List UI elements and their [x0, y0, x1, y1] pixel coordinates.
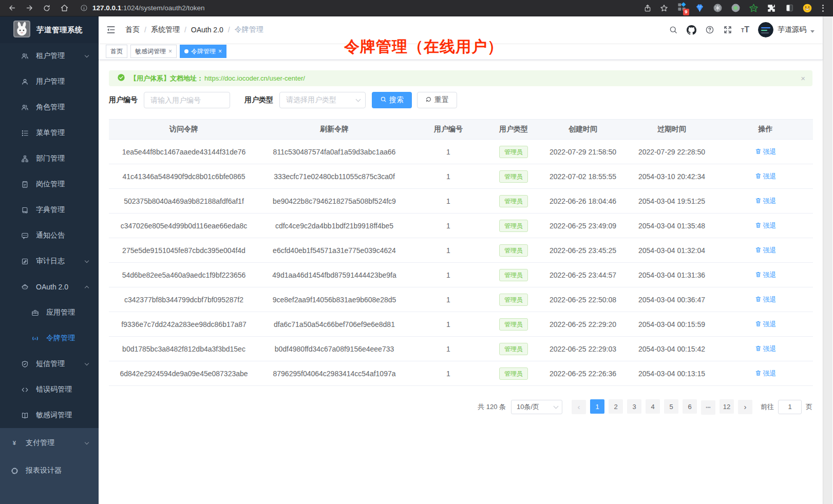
force-logout-label: 强退: [763, 270, 777, 280]
tag-close-icon[interactable]: ×: [168, 48, 172, 55]
page-button-4[interactable]: 4: [646, 399, 660, 414]
sidebar-item-dict[interactable]: 字典管理: [0, 197, 99, 223]
menu-tree-icon: [21, 129, 29, 137]
breadcrumb-item[interactable]: OAuth 2.0: [191, 26, 223, 34]
extension-green-star-icon[interactable]: [748, 3, 759, 13]
extension-gem-icon[interactable]: [694, 3, 705, 13]
sidebar-item-label: 租户管理: [36, 51, 65, 61]
force-logout-button[interactable]: 强退: [755, 246, 777, 255]
sidebar-item-label: 应用管理: [46, 308, 75, 317]
tag-首页[interactable]: 首页: [106, 45, 127, 58]
browser-menu-icon[interactable]: [820, 5, 826, 12]
extension-puzzle-icon[interactable]: [766, 3, 777, 13]
sidebar-item-user[interactable]: 用户管理: [0, 69, 99, 94]
breadcrumb-item[interactable]: 系统管理: [151, 25, 180, 34]
sidebar-item-oauth2-token[interactable]: A令牌管理: [0, 325, 99, 351]
sidebar-item-role[interactable]: 角色管理: [0, 94, 99, 120]
tag-label: 首页: [110, 47, 123, 56]
user-menu[interactable]: 芋道源码: [758, 22, 815, 37]
force-logout-button[interactable]: 强退: [755, 295, 777, 304]
page-button-5[interactable]: 5: [664, 399, 678, 414]
browser-back-icon[interactable]: [3, 4, 21, 12]
bookmark-star-icon[interactable]: [659, 4, 669, 13]
page-button-2[interactable]: 2: [609, 399, 623, 414]
briefcase-icon: [31, 308, 39, 317]
tag-敏感词管理[interactable]: 敏感词管理×: [130, 45, 177, 58]
browser-forward-icon[interactable]: [21, 4, 38, 12]
sidebar-item-report[interactable]: 报表设计器: [0, 457, 99, 484]
sidebar-item-oauth2-app[interactable]: 应用管理: [0, 300, 99, 325]
reset-button[interactable]: 重置: [417, 92, 457, 108]
force-logout-button[interactable]: 强退: [755, 221, 777, 230]
force-logout-button[interactable]: 强退: [755, 197, 777, 206]
address-bar[interactable]: 127.0.0.1:1024/system/oauth2/token: [80, 4, 643, 12]
sidebar-item-errcode[interactable]: 错误码管理: [0, 377, 99, 402]
search-button[interactable]: 搜索: [372, 92, 412, 108]
table-cell: 41c41346a548490f9dc8b01c6bfe0865: [109, 164, 259, 189]
force-logout-button[interactable]: 强退: [755, 270, 777, 280]
sidebar-item-label: 字典管理: [36, 205, 65, 215]
table-cell: 2054-03-04 00:36:47: [626, 287, 718, 312]
chevron-down-icon: [356, 97, 361, 102]
alert-doc-link[interactable]: https://doc.iocoder.cn/user-center/: [204, 74, 305, 82]
user-type-select[interactable]: 请选择用户类型: [279, 92, 366, 108]
extension-asterisk-icon[interactable]: [712, 3, 723, 13]
extension-darkmode-icon[interactable]: [784, 3, 794, 13]
sidebar-item-post[interactable]: 岗位管理: [0, 171, 99, 197]
sidebar-item-tenant[interactable]: 租户管理: [0, 43, 99, 69]
tag-令牌管理[interactable]: 令牌管理×: [180, 45, 226, 58]
sidebar-item-label: 支付管理: [26, 438, 54, 448]
table-cell: f9336e7c7dd242a283ee98dc86b17a87: [109, 312, 259, 337]
force-logout-button[interactable]: 强退: [755, 369, 777, 378]
page-scrollbar[interactable]: [823, 16, 832, 504]
goto-page-input[interactable]: [778, 400, 802, 414]
page-button-3[interactable]: 3: [627, 399, 641, 414]
sidebar-item-oauth2[interactable]: OAuth 2.0: [0, 274, 99, 300]
alert-close-icon[interactable]: ×: [801, 74, 805, 83]
page-button-1[interactable]: 1: [590, 399, 604, 414]
more-pages-button[interactable]: •••: [701, 400, 715, 415]
user-type-placeholder: 请选择用户类型: [286, 95, 336, 105]
fullscreen-icon[interactable]: [723, 25, 732, 34]
table-cell: 2054-03-04 01:35:48: [626, 214, 718, 238]
user-type-badge: 管理员: [499, 294, 528, 306]
app-logo[interactable]: 芋道管理系统: [0, 16, 99, 43]
breadcrumb-item[interactable]: 首页: [125, 25, 140, 34]
sidebar-fold-icon[interactable]: [106, 24, 117, 35]
browser-reload-icon[interactable]: [38, 4, 55, 12]
browser-home-icon[interactable]: [55, 4, 73, 12]
extension-emoji-icon[interactable]: [802, 3, 812, 13]
share-icon[interactable]: [643, 4, 652, 12]
sidebar-item-dept[interactable]: 部门管理: [0, 146, 99, 171]
force-logout-button[interactable]: 强退: [755, 344, 777, 354]
next-page-button[interactable]: ›: [738, 400, 752, 414]
font-size-icon[interactable]: TT: [741, 25, 749, 34]
github-icon[interactable]: [687, 25, 696, 35]
prev-page-button[interactable]: ‹: [572, 400, 586, 414]
sidebar-item-menu[interactable]: 菜单管理: [0, 120, 99, 146]
total-count: 共 120 条: [478, 402, 506, 412]
table-cell: 502375b8040a469a9b82188afdf6af1f: [109, 189, 259, 214]
user-type-cell: 管理员: [487, 361, 540, 386]
page-size-select[interactable]: 10条/页: [511, 400, 562, 414]
help-icon[interactable]: [705, 25, 714, 34]
sidebar-item-pay[interactable]: ¥支付管理: [0, 429, 99, 457]
sidebar-item-sms[interactable]: 短信管理: [0, 351, 99, 377]
extension-grid-icon[interactable]: 9: [676, 3, 687, 13]
force-logout-button[interactable]: 强退: [755, 172, 777, 181]
sidebar-item-sensitive[interactable]: 敏感词管理: [0, 402, 99, 428]
sidebar-item-notice[interactable]: 通知公告: [0, 223, 99, 248]
force-logout-button[interactable]: 强退: [755, 320, 777, 329]
search-icon[interactable]: [669, 25, 678, 34]
extension-record-icon[interactable]: [730, 3, 741, 13]
page-button-12[interactable]: 12: [720, 399, 734, 414]
sidebar-item-audit-log[interactable]: 审计日志: [0, 248, 99, 274]
page-buttons: 123456•••12: [588, 399, 736, 415]
breadcrumb-separator: /: [184, 26, 186, 34]
site-info-icon[interactable]: [80, 4, 88, 12]
breadcrumb: 首页/系统管理/OAuth 2.0/令牌管理: [125, 25, 263, 34]
force-logout-button[interactable]: 强退: [755, 147, 777, 157]
user-id-input[interactable]: [144, 92, 230, 108]
page-button-6[interactable]: 6: [683, 399, 697, 414]
tag-close-icon[interactable]: ×: [218, 48, 222, 55]
